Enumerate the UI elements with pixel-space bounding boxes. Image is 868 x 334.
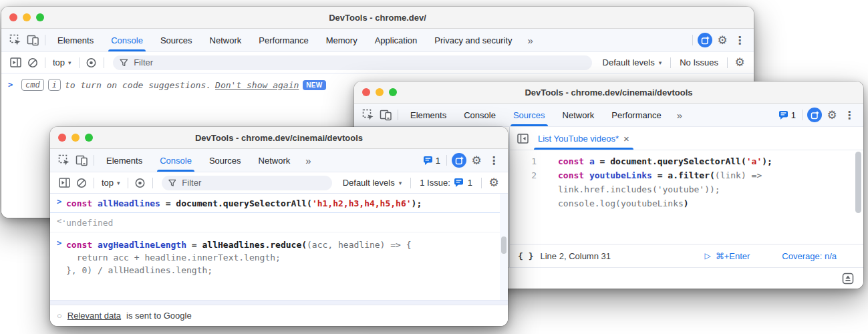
tab-network[interactable]: Network: [201, 29, 251, 51]
chevron-down-icon: ▾: [659, 59, 662, 66]
devtools-window-console: DevTools - chrome.dev/cinemai/devtools E…: [50, 127, 508, 326]
device-toolbar-icon[interactable]: [73, 152, 90, 169]
more-options-icon[interactable]: ⋮: [485, 152, 502, 169]
context-selector[interactable]: top▾: [49, 57, 76, 67]
hint-text: to turn on code suggestions.: [65, 80, 211, 90]
more-tabs-icon[interactable]: »: [521, 35, 539, 46]
issues-bubble-icon: [778, 110, 789, 120]
coverage-link[interactable]: Coverage: n/a: [782, 251, 837, 261]
ai-assistance-icon[interactable]: [806, 106, 823, 124]
device-toolbar-icon[interactable]: [24, 31, 41, 49]
close-window-button[interactable]: [362, 88, 370, 96]
chevron-down-icon: ▾: [399, 180, 402, 186]
line-number: 1: [510, 154, 541, 168]
minimize-window-button[interactable]: [376, 88, 384, 96]
settings-gear-icon[interactable]: ⚙: [714, 31, 731, 49]
console-toolbar: top▾ Default levels▾ 1 Issue: 1 ⚙: [50, 172, 508, 194]
console-sidebar-icon[interactable]: [7, 54, 24, 71]
tab-network[interactable]: Network: [250, 149, 299, 172]
filter-input[interactable]: [162, 176, 332, 190]
tab-sources[interactable]: Sources: [200, 149, 250, 172]
tab-performance[interactable]: Performance: [603, 104, 670, 126]
console-settings-icon[interactable]: ⚙: [485, 174, 502, 192]
tab-performance[interactable]: Performance: [250, 29, 317, 51]
context-selector[interactable]: top▾: [98, 178, 124, 188]
settings-gear-icon[interactable]: ⚙: [468, 152, 485, 169]
live-expression-eye-icon[interactable]: [132, 174, 149, 192]
tab-sources[interactable]: Sources: [152, 29, 201, 51]
console-log-area[interactable]: > const allHeadlines = document.querySel…: [50, 194, 508, 300]
live-expression-eye-icon[interactable]: [83, 54, 100, 71]
settings-gear-icon[interactable]: ⚙: [823, 106, 841, 124]
editor-tab-strip: List YouTube videos* ×: [510, 127, 863, 150]
minimize-window-button[interactable]: [23, 13, 31, 21]
titlebar[interactable]: DevTools - chrome.dev/: [1, 7, 754, 29]
tab-console[interactable]: Console: [151, 149, 200, 172]
result-arrow-icon: <·: [57, 216, 66, 226]
editor-scrollbar[interactable]: [855, 152, 861, 213]
run-snippet-button[interactable]: ▷ ⌘+Enter: [704, 251, 750, 261]
device-toolbar-icon[interactable]: [377, 106, 394, 124]
default-levels-dropdown[interactable]: Default levels▾: [597, 57, 668, 67]
window-title: DevTools - chrome.dev/cinemai/devtools: [50, 133, 508, 143]
tab-elements[interactable]: Elements: [402, 104, 455, 126]
tab-network[interactable]: Network: [554, 104, 603, 126]
tab-application[interactable]: Application: [366, 29, 426, 51]
inspect-element-icon[interactable]: [55, 152, 73, 169]
window-title: DevTools - chrome.dev/cinemai/devtools: [354, 88, 863, 98]
drawer-eject-icon[interactable]: [839, 270, 857, 287]
inspect-element-icon[interactable]: [7, 31, 24, 49]
devtools-tabbar: Elements Console Sources Network Perform…: [1, 29, 754, 52]
console-settings-icon[interactable]: ⚙: [731, 54, 748, 71]
console-result: <· undefined: [50, 213, 508, 232]
new-badge: NEW: [303, 80, 325, 90]
close-window-button[interactable]: [9, 13, 17, 21]
titlebar[interactable]: DevTools - chrome.dev/cinemai/devtools: [50, 127, 508, 149]
relevant-data-link[interactable]: Relevant data: [67, 311, 121, 321]
close-window-button[interactable]: [58, 134, 66, 142]
console-scrollbar[interactable]: [500, 194, 508, 300]
tab-memory[interactable]: Memory: [317, 29, 366, 51]
editor-statusbar: { } Line 2, Column 31 ▷ ⌘+Enter Coverage…: [510, 244, 863, 267]
default-levels-dropdown[interactable]: Default levels▾: [337, 178, 408, 188]
hide-navigator-icon[interactable]: [514, 130, 531, 147]
close-icon[interactable]: ×: [623, 134, 629, 144]
issue-count-label[interactable]: 1 Issue: 1: [414, 178, 478, 188]
code-line: const youtubeLinks = a.filter((link) =>: [541, 168, 762, 182]
tab-privacy-security[interactable]: Privacy and security: [426, 29, 521, 51]
window-title: DevTools - chrome.dev/: [1, 13, 754, 23]
tab-elements[interactable]: Elements: [49, 29, 102, 51]
ai-assistance-icon[interactable]: [450, 152, 468, 169]
privacy-footer: ○ Relevant data is sent to Google: [50, 305, 508, 326]
prompt-chevron-icon: >: [57, 238, 66, 248]
code-editor[interactable]: 1const a = document.querySelectorAll('a'…: [510, 150, 863, 244]
tab-elements[interactable]: Elements: [98, 149, 151, 172]
more-options-icon[interactable]: ⋮: [731, 31, 748, 49]
tab-console[interactable]: Console: [102, 29, 152, 51]
console-sidebar-icon[interactable]: [55, 174, 73, 192]
dont-show-again-link[interactable]: Don't show again: [215, 80, 299, 90]
tab-console[interactable]: Console: [455, 104, 504, 126]
line-number: 2: [510, 168, 541, 182]
inspect-element-icon[interactable]: [359, 106, 377, 124]
pretty-print-icon[interactable]: { }: [518, 251, 533, 261]
titlebar[interactable]: DevTools - chrome.dev/cinemai/devtools: [354, 81, 863, 104]
more-tabs-icon[interactable]: »: [670, 110, 688, 121]
clear-console-icon[interactable]: [73, 174, 90, 192]
more-tabs-icon[interactable]: »: [299, 155, 317, 166]
clear-console-icon[interactable]: [24, 54, 41, 71]
ai-assistance-icon[interactable]: [696, 31, 714, 49]
more-options-icon[interactable]: ⋮: [841, 106, 858, 124]
zoom-window-button[interactable]: [85, 134, 93, 142]
minimize-window-button[interactable]: [71, 134, 80, 142]
zoom-window-button[interactable]: [389, 88, 397, 96]
zoom-window-button[interactable]: [36, 13, 44, 21]
issues-counter[interactable]: 1: [776, 110, 799, 120]
issues-counter[interactable]: 1: [420, 156, 443, 166]
code-line: console.log(youtubeLinks): [541, 196, 689, 210]
code-line: const a = document.querySelectorAll('a')…: [541, 154, 772, 168]
no-issues-label[interactable]: No Issues: [674, 57, 724, 67]
tab-sources[interactable]: Sources: [504, 104, 554, 126]
filter-input[interactable]: [113, 55, 592, 70]
file-tab-list-youtube-videos[interactable]: List YouTube videos* ×: [531, 127, 636, 150]
